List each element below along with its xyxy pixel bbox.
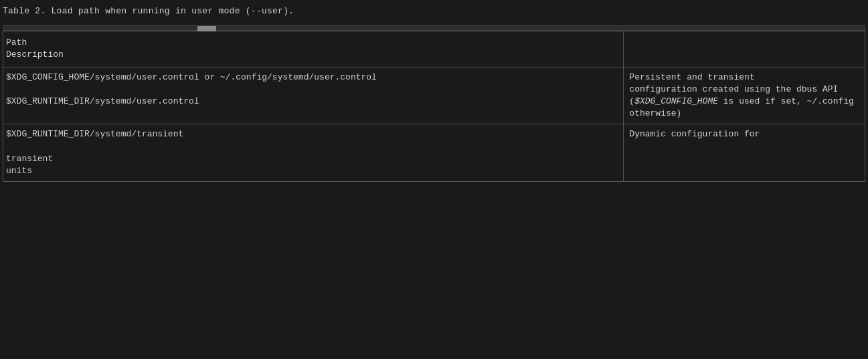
header-desc-cell (624, 31, 865, 67)
scrollbar-thumb[interactable] (197, 26, 216, 31)
desc-cell-2: Dynamic configuration for (624, 124, 865, 182)
man-table: Path Description $XDG_CONFIG_HOME/system… (3, 31, 865, 182)
desc-cell-1: Persistent and transient configuration c… (624, 67, 865, 124)
path-value-1: $XDG_CONFIG_HOME/systemd/user.control or… (6, 72, 618, 84)
scrollbar-track[interactable] (3, 25, 865, 31)
desc-text-2b: transient (6, 154, 53, 164)
desc-text-1c: $XDG_CONFIG_HOME (634, 96, 718, 106)
table-row: $XDG_RUNTIME_DIR/systemd/transient trans… (3, 124, 865, 182)
header-desc-label: Description (6, 49, 64, 59)
path-cell-1: $XDG_CONFIG_HOME/systemd/user.control or… (3, 67, 624, 124)
path-value-2: $XDG_RUNTIME_DIR/systemd/transient (6, 128, 618, 140)
desc-text-1e: otherwise) (629, 108, 681, 118)
path-value-1b: $XDG_RUNTIME_DIR/systemd/user.control (6, 96, 618, 108)
path-cell-2: $XDG_RUNTIME_DIR/systemd/transient trans… (3, 124, 624, 182)
desc-text-1a: Persistent and transient (629, 72, 754, 82)
table-wrapper: Path Description $XDG_CONFIG_HOME/system… (3, 25, 865, 182)
table-title: Table 2. Load path when running in user … (3, 5, 865, 17)
desc-text-1d: is used if set, ~/.config (718, 96, 854, 106)
page-container: Table 2. Load path when running in user … (0, 0, 868, 185)
desc-text-2a: Dynamic configuration for (629, 129, 760, 139)
desc-text-2c: units (6, 166, 32, 176)
header-path-cell: Path Description (3, 31, 624, 67)
header-path-label: Path (6, 37, 27, 47)
table-row: $XDG_CONFIG_HOME/systemd/user.control or… (3, 67, 865, 124)
table-header-row: Path Description (3, 31, 865, 67)
